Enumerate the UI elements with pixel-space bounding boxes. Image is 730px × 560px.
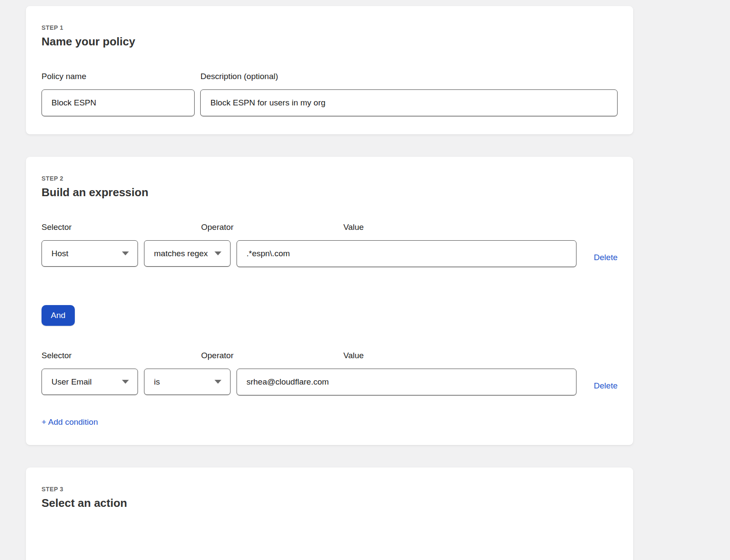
value-label: Value — [343, 351, 567, 360]
selector-label: Selector — [42, 223, 195, 232]
condition-2-inputs: User Email is Delete — [42, 369, 618, 395]
chevron-down-icon — [122, 380, 129, 384]
operator-dropdown-2[interactable]: is — [144, 369, 231, 395]
selector-column: Selector — [42, 351, 195, 369]
policy-builder-page: STEP 1 Name your policy Policy name Desc… — [0, 0, 730, 560]
description-input[interactable] — [200, 89, 618, 116]
value-label: Value — [343, 223, 567, 232]
condition-2-labels: Selector Operator Value — [42, 351, 618, 369]
operator-label: Operator — [201, 351, 337, 360]
chevron-down-icon — [122, 251, 129, 255]
operator-column: Operator — [201, 223, 337, 240]
operator-dropdown-1-value: matches regex — [154, 249, 208, 258]
description-field: Description (optional) — [200, 72, 618, 116]
step-1-label: STEP 1 — [42, 24, 618, 31]
chevron-down-icon — [215, 380, 221, 384]
operator-column: Operator — [201, 351, 337, 369]
step-3-title: Select an action — [42, 496, 618, 510]
policy-name-field: Policy name — [42, 72, 195, 116]
step-2-label: STEP 2 — [42, 175, 618, 182]
chevron-down-icon — [215, 251, 221, 255]
step-3-label: STEP 3 — [42, 486, 618, 493]
selector-dropdown-2-value: User Email — [51, 377, 92, 387]
delete-condition-2-link[interactable]: Delete — [594, 381, 618, 391]
condition-row-1: Selector Operator Value Host matches reg… — [42, 223, 618, 267]
policy-name-label: Policy name — [42, 72, 195, 81]
operator-dropdown-2-value: is — [154, 377, 160, 387]
delete-condition-1-link[interactable]: Delete — [594, 253, 618, 262]
description-label: Description (optional) — [200, 72, 618, 81]
condition-row-2: Selector Operator Value User Email is — [42, 351, 618, 395]
add-condition-link[interactable]: + Add condition — [42, 417, 98, 427]
selector-dropdown-2[interactable]: User Email — [42, 369, 138, 395]
selector-label: Selector — [42, 351, 195, 360]
and-connector-button[interactable]: And — [42, 305, 75, 326]
value-column: Value — [343, 351, 567, 369]
step-1-title: Name your policy — [42, 35, 618, 48]
condition-1-inputs: Host matches regex Delete — [42, 240, 618, 267]
card-step-2: STEP 2 Build an expression Selector Oper… — [26, 157, 633, 445]
selector-dropdown-1[interactable]: Host — [42, 240, 138, 267]
card-step-1: STEP 1 Name your policy Policy name Desc… — [26, 6, 633, 134]
policy-name-input[interactable] — [42, 89, 195, 116]
selector-dropdown-1-value: Host — [51, 249, 68, 258]
value-column: Value — [343, 223, 567, 240]
selector-column: Selector — [42, 223, 195, 240]
operator-dropdown-1[interactable]: matches regex — [144, 240, 231, 267]
operator-label: Operator — [201, 223, 337, 232]
condition-1-labels: Selector Operator Value — [42, 223, 618, 240]
policy-fields-row: Policy name Description (optional) — [42, 72, 618, 116]
value-input-2[interactable] — [237, 369, 576, 395]
value-input-1[interactable] — [237, 240, 576, 267]
card-step-3: STEP 3 Select an action — [26, 468, 633, 560]
step-2-title: Build an expression — [42, 186, 618, 199]
